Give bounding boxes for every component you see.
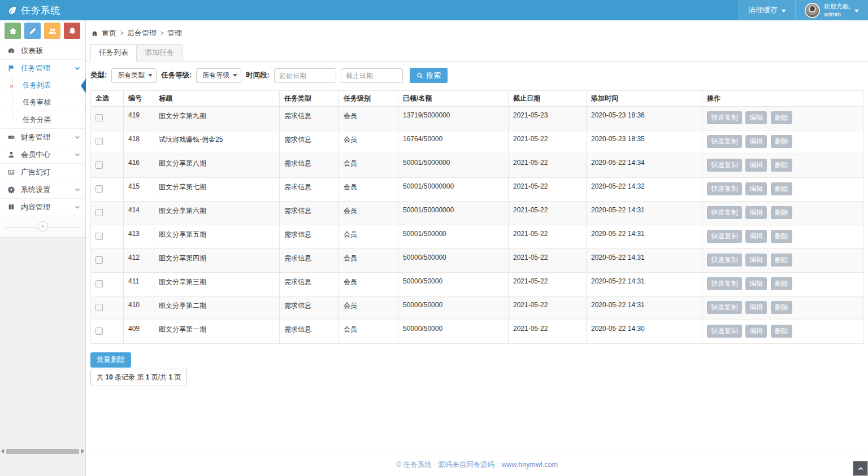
- delete-button[interactable]: 删除: [771, 206, 792, 219]
- row-checkbox[interactable]: [96, 256, 103, 264]
- search-button[interactable]: 搜索: [410, 68, 448, 83]
- quick-copy-button[interactable]: 快速复制: [707, 325, 742, 338]
- book-icon: [7, 203, 16, 212]
- scrollbar-right-arrow-icon[interactable]: [81, 449, 84, 453]
- delete-button[interactable]: 删除: [771, 135, 792, 148]
- edit-button[interactable]: 编辑: [745, 254, 767, 267]
- row-checkbox[interactable]: [96, 185, 103, 193]
- sidebar-collapse-button[interactable]: «: [38, 221, 48, 232]
- chevron-down-icon: [75, 134, 80, 140]
- sidebar-item-members[interactable]: 会员中心: [0, 146, 85, 164]
- tab-add-task[interactable]: 添加任务: [136, 44, 183, 62]
- top-bar: 任务系统 清理缓存 欢迎光临, admin: [0, 0, 868, 20]
- sidebar-subitem-task-category[interactable]: 任务分类: [0, 111, 85, 128]
- column-header: 全选: [91, 91, 124, 107]
- cell-title: 图文分享第一期: [154, 320, 280, 344]
- table-row: 412 图文分享第四期 需求信息 会员 50000/500000 2021-05…: [91, 249, 863, 273]
- tab-bar: 任务列表 添加任务: [86, 44, 868, 62]
- cell-added: 2020-05-22 14:31: [587, 202, 702, 225]
- row-checkbox[interactable]: [96, 233, 103, 240]
- sidebar-item-settings[interactable]: 系统设置: [0, 181, 85, 199]
- cell-id: 409: [124, 320, 154, 344]
- notifications-button[interactable]: [64, 23, 80, 39]
- scrollbar-left-arrow-icon[interactable]: [1, 449, 4, 453]
- quick-copy-button[interactable]: 快速复制: [707, 182, 742, 195]
- row-checkbox[interactable]: [96, 161, 103, 169]
- quick-copy-button[interactable]: 快速复制: [707, 301, 742, 314]
- type-select[interactable]: 所有类型: [111, 68, 157, 83]
- edit-button[interactable]: 编辑: [745, 206, 767, 219]
- sidebar-item-finance[interactable]: 财务管理: [0, 129, 85, 146]
- edit-button[interactable]: 编辑: [745, 325, 767, 338]
- horizontal-scrollbar[interactable]: [0, 448, 85, 455]
- edit-button[interactable]: 编辑: [745, 301, 767, 314]
- edit-button[interactable]: 编辑: [745, 159, 767, 172]
- edit-button[interactable]: 编辑: [745, 277, 767, 290]
- delete-button[interactable]: 删除: [771, 254, 792, 267]
- sidebar-item-content[interactable]: 内容管理: [0, 199, 85, 216]
- cell-type: 需求信息: [280, 249, 339, 273]
- quick-copy-button[interactable]: 快速复制: [707, 254, 742, 267]
- column-header: 任务级别: [339, 91, 398, 107]
- scrollbar-thumb[interactable]: [6, 449, 79, 454]
- cell-deadline: 2021-05-22: [509, 178, 587, 202]
- breadcrumb-home[interactable]: 首页: [102, 28, 116, 38]
- back-to-top-button[interactable]: [853, 461, 868, 476]
- app-logo[interactable]: 任务系统: [0, 4, 86, 17]
- delete-button[interactable]: 删除: [771, 325, 792, 338]
- delete-button[interactable]: 删除: [771, 182, 792, 195]
- delete-button[interactable]: 删除: [771, 301, 792, 314]
- cell-id: 415: [124, 178, 154, 202]
- row-checkbox[interactable]: [96, 209, 103, 216]
- cell-added: 2020-05-22 14:34: [587, 154, 702, 178]
- row-checkbox[interactable]: [96, 327, 103, 335]
- quick-copy-button[interactable]: 快速复制: [707, 135, 742, 148]
- quick-copy-button[interactable]: 快速复制: [707, 159, 742, 172]
- delete-button[interactable]: 删除: [771, 159, 792, 172]
- delete-button[interactable]: 删除: [771, 111, 792, 124]
- cell-level: 会员: [339, 273, 398, 296]
- batch-delete-button[interactable]: 批量删除: [90, 352, 131, 368]
- row-checkbox[interactable]: [96, 138, 103, 145]
- sidebar-item-task-management[interactable]: 任务管理: [0, 60, 85, 77]
- delete-button[interactable]: 删除: [771, 277, 792, 290]
- edit-button[interactable]: 编辑: [745, 111, 767, 124]
- end-date-input[interactable]: [341, 68, 403, 83]
- edit-button[interactable]: 编辑: [745, 135, 767, 148]
- cell-deadline: 2021-05-22: [509, 273, 587, 296]
- sidebar-item-dashboard[interactable]: 仪表板: [0, 42, 85, 60]
- cell-quota: 16764/50000: [398, 130, 509, 154]
- user-menu[interactable]: 欢迎光临, admin: [795, 0, 868, 20]
- row-checkbox[interactable]: [96, 114, 103, 121]
- breadcrumb-admin[interactable]: 后台管理: [127, 28, 157, 38]
- clear-cache-button[interactable]: 清理缓存: [739, 0, 795, 20]
- delete-button[interactable]: 删除: [771, 230, 792, 243]
- sidebar-menu: 仪表板 任务管理 » 任务列表 任务审核: [0, 42, 85, 216]
- sidebar-subitem-task-review[interactable]: 任务审核: [0, 94, 85, 111]
- level-select[interactable]: 所有等级: [196, 68, 241, 83]
- tab-task-list[interactable]: 任务列表: [90, 44, 137, 62]
- edit-button[interactable]: 编辑: [745, 182, 767, 195]
- cell-level: 会员: [339, 225, 398, 249]
- quick-copy-button[interactable]: 快速复制: [707, 277, 742, 290]
- edit-button[interactable]: 编辑: [745, 230, 767, 243]
- quick-copy-button[interactable]: 快速复制: [707, 206, 742, 219]
- sidebar-subitem-task-list[interactable]: » 任务列表: [0, 77, 85, 94]
- quick-copy-button[interactable]: 快速复制: [707, 111, 742, 124]
- cell-deadline: 2021-05-22: [509, 320, 587, 344]
- row-checkbox[interactable]: [96, 280, 103, 287]
- cell-level: 会员: [339, 130, 398, 154]
- start-date-input[interactable]: [274, 68, 336, 83]
- filter-bar: 类型: 所有类型 任务等级: 所有等级 时间段: 搜索: [86, 62, 868, 88]
- cell-type: 需求信息: [280, 107, 339, 130]
- home-button[interactable]: [5, 23, 21, 39]
- footer-link[interactable]: www.hnymwl.com: [501, 461, 557, 469]
- table-header-row: 全选编号标题任务类型任务级别已领/名额截止日期添加时间操作: [91, 91, 863, 107]
- members-quick-button[interactable]: [44, 23, 60, 39]
- cell-title: 图文分享第三期: [154, 273, 280, 296]
- sidebar-item-ads[interactable]: 广告幻灯: [0, 164, 85, 181]
- quick-copy-button[interactable]: 快速复制: [707, 230, 742, 243]
- row-checkbox[interactable]: [96, 304, 103, 311]
- edit-quick-button[interactable]: [24, 23, 41, 39]
- cell-id: 416: [124, 154, 154, 178]
